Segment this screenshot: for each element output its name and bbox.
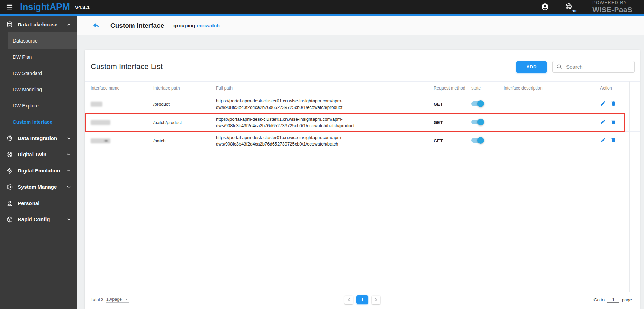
- powered-by-label: POWERED BY: [592, 1, 627, 5]
- user-avatar-icon[interactable]: [541, 3, 549, 11]
- column-header-full-path: Full path: [216, 86, 434, 91]
- page-button-1[interactable]: 1: [356, 295, 368, 304]
- sidebar-item-rapid-config[interactable]: Rapid Config: [0, 211, 77, 227]
- menu-icon[interactable]: [6, 3, 13, 11]
- table-row: /batchhttps://portal-apm-desk-cluster01.…: [85, 132, 640, 150]
- page-size-value: 10/page: [106, 297, 122, 302]
- page-title: Custom interface: [110, 22, 164, 29]
- interface-path-cell: /batch: [153, 138, 216, 143]
- column-header-state: state: [471, 86, 504, 91]
- redacted-name: [91, 138, 110, 143]
- add-button[interactable]: ADD: [516, 61, 547, 73]
- header-accent-strip: [0, 14, 644, 16]
- gear-icon: [6, 184, 13, 190]
- goto-page-input[interactable]: [607, 297, 619, 303]
- app-version: v4.3.1: [75, 4, 90, 10]
- sidebar-item-digital-emulation[interactable]: Digital Emulation: [0, 162, 77, 179]
- trash-icon: [610, 101, 616, 106]
- column-header-interface-description: Interface description: [504, 86, 597, 91]
- sidebar-item-dw-plan[interactable]: DW Plan: [0, 49, 77, 65]
- card-header: Custom Interface List ADD: [85, 50, 640, 81]
- sidebar-item-label: Digital Emulation: [18, 168, 60, 174]
- request-method: GET: [434, 138, 443, 143]
- sidebar-item-data-lakehouse[interactable]: Data Lakehouse: [0, 16, 77, 32]
- atom-icon: [6, 151, 13, 158]
- column-header-action: Action: [597, 86, 640, 91]
- action-cell: [597, 119, 640, 126]
- full-path-cell: https://portal-apm-desk-cluster01.cn.wis…: [216, 116, 434, 129]
- chevron-down-icon: [66, 185, 71, 189]
- delete-button[interactable]: [610, 137, 616, 143]
- footer-left: Total 3 10/page: [91, 297, 129, 303]
- prev-page-button[interactable]: [344, 296, 353, 304]
- edit-button[interactable]: [600, 101, 606, 106]
- sidebar-item-label: System Manage: [18, 184, 57, 190]
- trash-icon: [610, 137, 616, 143]
- sidebar-item-personal[interactable]: Personal: [0, 195, 77, 211]
- delete-button[interactable]: [610, 119, 616, 125]
- language-switcher[interactable]: en: [565, 3, 572, 11]
- main-area: Custom interface grouping:ecowatch Custo…: [77, 16, 644, 309]
- column-header-interface-path: Interface path: [153, 86, 216, 91]
- state-toggle[interactable]: [471, 120, 483, 124]
- custom-interface-table: Interface nameInterface pathFull pathReq…: [85, 81, 640, 292]
- sidebar-item-dw-modeling[interactable]: DW Modeling: [0, 81, 77, 97]
- sidebar-item-data-integration[interactable]: Data Integration: [0, 130, 77, 146]
- sidebar-item-dw-standard[interactable]: DW Standard: [0, 65, 77, 81]
- sidebar-item-label: Data Lakehouse: [18, 21, 57, 27]
- action-cell: [597, 137, 640, 144]
- chevron-right-icon: [374, 297, 379, 302]
- sidebar: Data LakehouseDatasourceDW PlanDW Standa…: [0, 16, 77, 309]
- custom-interface-card: Custom Interface List ADD Interface name…: [85, 50, 640, 309]
- trash-icon: [610, 119, 616, 125]
- sidebar-item-label: Digital Twin: [18, 151, 46, 157]
- chevron-down-icon: [66, 168, 71, 173]
- goto-label: Go to: [593, 297, 605, 302]
- search-input[interactable]: [565, 64, 631, 70]
- pagination: 1: [344, 295, 380, 304]
- screen: InsightAPM v4.3.1 en POWERED BY WISE-Paa…: [0, 0, 644, 309]
- chevron-down-icon: [66, 152, 71, 157]
- sidebar-item-label: Data Integration: [18, 135, 57, 141]
- sidebar-item-digital-twin[interactable]: Digital Twin: [0, 146, 77, 162]
- powered-by: POWERED BY WISE-PaaS: [592, 1, 632, 13]
- next-page-button[interactable]: [372, 296, 380, 304]
- interface-name-cell: [91, 138, 153, 143]
- chevron-down-icon: [66, 136, 71, 141]
- sidebar-item-system-manage[interactable]: System Manage: [0, 179, 77, 195]
- pencil-icon: [600, 119, 606, 125]
- breadcrumb: Custom interface grouping:ecowatch: [77, 16, 644, 35]
- redacted-name: [91, 120, 110, 125]
- grouping-value[interactable]: ecowatch: [197, 23, 220, 28]
- sidebar-item-custom-interface[interactable]: Custom Interface: [0, 114, 77, 130]
- request-method: GET: [434, 102, 443, 107]
- cube-icon: [6, 216, 13, 223]
- interface-name-cell: [91, 120, 153, 125]
- table-body: /producthttps://portal-apm-desk-cluster0…: [85, 95, 640, 292]
- table-footer: Total 3 10/page: [85, 292, 640, 307]
- back-arrow-icon[interactable]: [92, 22, 100, 30]
- sidebar-item-dw-explore[interactable]: DW Explore: [0, 97, 77, 114]
- chevron-down-icon: [66, 217, 71, 222]
- list-title: Custom Interface List: [91, 62, 163, 71]
- edit-button[interactable]: [600, 137, 606, 143]
- search-box: [552, 61, 635, 73]
- person-icon: [6, 200, 13, 207]
- full-path-cell: https://portal-apm-desk-cluster01.cn.wis…: [216, 97, 434, 111]
- interface-path-cell: /product: [153, 102, 216, 107]
- interface-name-cell: [91, 101, 153, 107]
- sidebar-item-label: Personal: [18, 200, 39, 206]
- total-count: Total 3: [91, 297, 103, 302]
- action-cell: [597, 101, 640, 107]
- state-toggle[interactable]: [471, 101, 483, 106]
- caret-down-icon: [125, 297, 129, 301]
- grouping-label: grouping:: [173, 23, 197, 28]
- page-size-select[interactable]: 10/page: [106, 297, 129, 303]
- delete-button[interactable]: [610, 101, 616, 106]
- edit-button[interactable]: [600, 119, 606, 125]
- search-icon: [556, 64, 562, 70]
- request-method: GET: [434, 120, 443, 125]
- column-header-interface-name: Interface name: [91, 86, 153, 91]
- state-toggle[interactable]: [471, 138, 483, 143]
- sidebar-item-datasource[interactable]: Datasource: [8, 32, 77, 49]
